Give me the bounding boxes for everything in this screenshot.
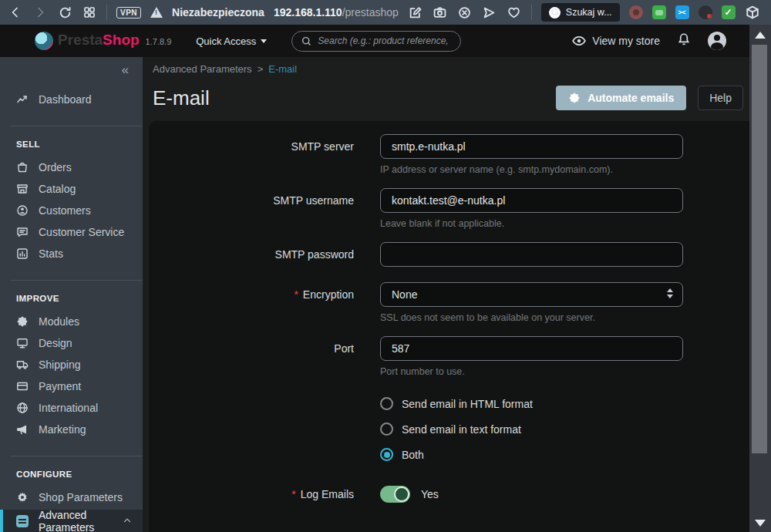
port-input[interactable] [380,336,683,361]
sidebar-section-configure: CONFIGURE [0,456,143,487]
url-host: 192.168.1.110 [274,6,342,19]
prestashop-mascot-icon [35,32,53,50]
sidebar-item-orders[interactable]: Orders [0,157,143,178]
view-my-store-label: View my store [592,35,660,47]
sidebar-item-label: Design [39,337,72,349]
sidebar-item-shipping[interactable]: Shipping [0,354,143,375]
bar-chart-icon [16,247,29,260]
radio-icon[interactable] [380,423,393,436]
toolbar-divider [106,5,107,20]
sidebar-item-label: Modules [39,315,79,328]
sidebar-item-catalog[interactable]: Catalog [0,178,143,200]
address-bar[interactable]: 192.168.1.110/prestashop [274,6,399,19]
customer-icon [16,204,29,217]
forward-icon[interactable] [32,5,48,20]
send-tab-icon[interactable] [482,5,497,20]
required-asterisk: * [291,488,295,500]
sidebar-item-dashboard[interactable]: Dashboard [0,89,143,110]
sidebar-item-payment[interactable]: Payment [0,375,143,397]
sidebar-item-label: Customer Service [39,226,124,238]
google-search-label: Szukaj w... [566,7,612,18]
sidebar-item-design[interactable]: Design [0,332,143,354]
radio-both-format[interactable]: Both [380,442,683,467]
package-box-icon[interactable] [745,5,760,20]
log-emails-label: *Log Emails [149,482,380,507]
radio-text-format[interactable]: Send email in text format [380,416,683,442]
sidebar-item-modules[interactable]: Modules [0,311,143,332]
port-hint: Port number to use. [380,366,683,377]
sidebar-item-label: Shipping [39,359,81,371]
notifications-bell-icon[interactable] [677,32,691,49]
scrollbar-thumb[interactable] [752,45,767,453]
admin-search-bar[interactable] [291,31,461,52]
select-arrows-icon [667,288,673,298]
puzzle-icon [568,92,581,104]
encryption-select[interactable]: None [380,282,683,307]
reload-icon[interactable] [57,5,72,20]
tiles-icon[interactable] [82,5,97,20]
radio-label: Send email in text format [402,423,521,436]
sidebar: « Dashboard SELL Orders Catalog Customer… [0,57,143,532]
sidebar-item-label: Orders [39,161,72,173]
main-content: Advanced Parameters > E-mail E-mail Auto… [143,57,749,532]
bookmark-heart-icon[interactable] [507,5,522,20]
search-icon [301,36,311,46]
browser-toolbar: VPN Niezabezpieczona 192.168.1.110/prest… [0,0,771,25]
sidebar-item-label: Stats [39,247,63,260]
edit-page-icon[interactable] [408,5,423,20]
port-label: Port [149,336,380,377]
view-my-store-link[interactable]: View my store [572,34,660,48]
toggle-knob [394,487,409,502]
back-icon[interactable] [8,5,23,20]
sidebar-item-advanced-parameters[interactable]: Advanced Parameters [0,510,143,532]
trending-up-icon [16,93,29,106]
insecure-warning-icon[interactable] [150,7,163,18]
sidebar-item-shop-parameters[interactable]: Shop Parameters [0,487,143,508]
radio-icon[interactable] [380,397,393,410]
extension-wallet-icon[interactable] [652,5,666,19]
quick-access-label: Quick Access [196,35,256,47]
radio-checked-icon[interactable] [380,448,393,461]
sidebar-item-marketing[interactable]: Marketing [0,419,143,440]
prestashop-logo[interactable]: PrestaShop 1.7.8.9 [35,32,171,50]
truck-icon [16,359,29,371]
sidebar-item-label: Advanced Parameters [39,509,113,532]
smtp-server-hint: IP address or server name (e.g. smtp.myd… [380,164,683,175]
smtp-password-input[interactable] [380,242,683,267]
monitor-icon [16,337,29,349]
google-search-shortcut[interactable]: G Szukaj w... [541,3,620,22]
vpn-badge[interactable]: VPN [116,7,141,19]
vertical-scrollbar[interactable] [749,25,771,532]
smtp-username-input[interactable] [380,188,683,213]
sidebar-item-stats[interactable]: Stats [0,243,143,264]
globe-icon [16,402,29,414]
extension-check-icon[interactable]: ✓ [722,5,736,19]
sidebar-item-label: International [39,402,98,414]
scroll-down-arrow-icon[interactable] [755,520,766,527]
quick-access-dropdown[interactable]: Quick Access [196,35,267,47]
sidebar-item-customers[interactable]: Customers [0,200,143,221]
account-avatar[interactable] [708,32,726,50]
sidebar-item-label: Payment [39,380,81,392]
scroll-up-arrow-icon[interactable] [755,32,766,39]
sidebar-item-customer-service[interactable]: Customer Service [0,221,143,243]
extension-dark-icon[interactable] [699,5,712,19]
breadcrumb-parent[interactable]: Advanced Parameters [153,63,252,75]
gear-icon [16,491,29,503]
search-input[interactable] [318,35,451,46]
automate-emails-button[interactable]: Automate emails [556,86,686,110]
sidebar-item-international[interactable]: International [0,397,143,419]
breadcrumb-current[interactable]: E-mail [268,63,297,75]
extension-code-icon[interactable]: >< [675,5,689,19]
blocker-icon[interactable] [457,5,473,20]
sidebar-collapse-icon[interactable]: « [122,63,129,76]
sidebar-section-sell: SELL [0,126,143,157]
smtp-server-input[interactable] [380,134,683,159]
screenshot-camera-icon[interactable] [433,5,448,20]
radio-html-format[interactable]: Send email in HTML format [380,391,683,416]
smtp-username-label: SMTP username [149,188,380,242]
extension-red-icon[interactable] [629,5,643,19]
sidebar-item-label: Marketing [39,423,86,436]
log-emails-toggle[interactable] [380,486,410,503]
help-button[interactable]: Help [698,86,743,110]
